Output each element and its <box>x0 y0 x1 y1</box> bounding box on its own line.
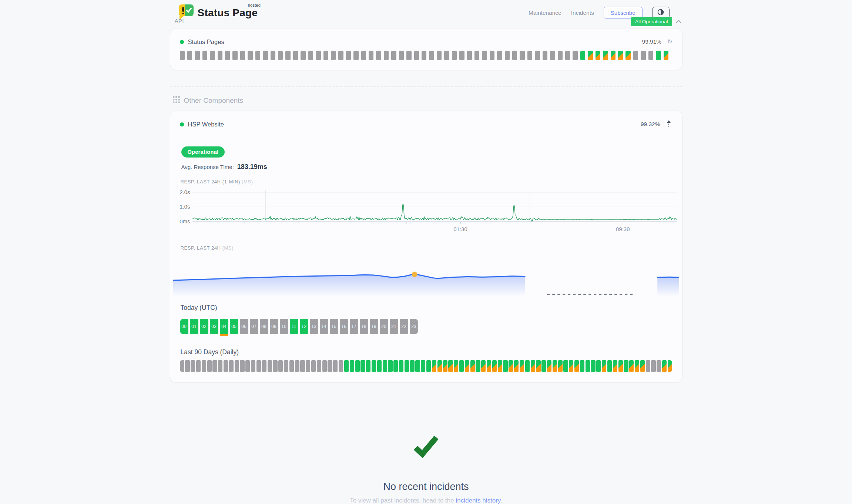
day-block[interactable] <box>333 360 338 372</box>
day-block[interactable] <box>547 360 551 372</box>
hour-block-00[interactable]: 00 <box>180 319 188 334</box>
hour-block-18[interactable]: 18 <box>360 319 368 334</box>
response-area-chart[interactable] <box>173 261 679 298</box>
uptime-bar[interactable] <box>278 51 283 60</box>
uptime-bar[interactable] <box>641 51 645 60</box>
uptime-bar[interactable] <box>346 51 351 60</box>
uptime-bar[interactable] <box>414 51 419 60</box>
day-block[interactable] <box>366 360 370 372</box>
uptime-bar[interactable] <box>512 51 517 60</box>
day-block[interactable] <box>525 360 530 372</box>
hour-block-21[interactable]: 21 <box>390 319 398 334</box>
uptime-bar[interactable] <box>452 51 457 60</box>
hour-block-19[interactable]: 19 <box>370 319 378 334</box>
hour-block-12[interactable]: 12 <box>300 319 308 334</box>
uptime-bar[interactable] <box>596 51 600 60</box>
uptime-bar[interactable] <box>361 51 366 60</box>
uptime-bar[interactable] <box>422 51 426 60</box>
day-block[interactable] <box>306 360 310 372</box>
day-block[interactable] <box>443 360 447 372</box>
day-block[interactable] <box>476 360 480 372</box>
day-block[interactable] <box>240 360 244 372</box>
uptime-bar[interactable] <box>376 51 381 60</box>
day-block[interactable] <box>580 360 584 372</box>
uptime-bar[interactable] <box>482 51 487 60</box>
day-block[interactable] <box>207 360 212 372</box>
uptime-bar[interactable] <box>618 51 623 60</box>
uptime-bar[interactable] <box>573 51 577 60</box>
day-block[interactable] <box>360 360 365 372</box>
day-block[interactable] <box>278 360 283 372</box>
day-block[interactable] <box>487 360 491 372</box>
hour-block-05[interactable]: 05 <box>230 319 238 334</box>
uptime-bar[interactable] <box>331 51 336 60</box>
day-block[interactable] <box>657 360 661 372</box>
day-block[interactable] <box>531 360 535 372</box>
day-block[interactable] <box>629 360 634 372</box>
hour-block-13[interactable]: 13 <box>310 319 318 334</box>
hour-block-06[interactable]: 06 <box>240 319 248 334</box>
day-block[interactable] <box>514 360 519 372</box>
uptime-bar[interactable] <box>180 51 185 60</box>
uptime-bar[interactable] <box>195 51 199 60</box>
nav-maintenance[interactable]: Maintenance <box>529 10 561 16</box>
uptime-bar[interactable] <box>474 51 479 60</box>
uptime-bar[interactable] <box>459 51 464 60</box>
day-block[interactable] <box>399 360 403 372</box>
day-block[interactable] <box>388 360 392 372</box>
uptime-bar[interactable] <box>543 51 547 60</box>
chart1-plot[interactable] <box>192 189 677 224</box>
uptime-bar[interactable] <box>263 51 268 60</box>
uptime-bar[interactable] <box>588 51 593 60</box>
uptime-bar[interactable] <box>429 51 434 60</box>
uptime-bar[interactable] <box>399 51 404 60</box>
uptime-bar[interactable] <box>187 51 192 60</box>
hour-block-23[interactable]: 23 <box>410 319 418 334</box>
uptime-bar[interactable] <box>218 51 222 60</box>
day-block[interactable] <box>377 360 382 372</box>
day-block[interactable] <box>624 360 628 372</box>
uptime-bar[interactable] <box>240 51 245 60</box>
nav-incidents[interactable]: Incidents <box>571 10 594 16</box>
day-block[interactable] <box>196 360 201 372</box>
hour-block-08[interactable]: 08 <box>260 319 268 334</box>
day-block[interactable] <box>415 360 420 372</box>
day-block[interactable] <box>284 360 288 372</box>
uptime-bar[interactable] <box>664 51 668 60</box>
day-block[interactable] <box>421 360 425 372</box>
hour-block-04[interactable]: 04 <box>220 319 228 334</box>
day-block[interactable] <box>256 360 261 372</box>
day-block[interactable] <box>591 360 595 372</box>
hour-block-10[interactable]: 10 <box>280 319 288 334</box>
day-block[interactable] <box>651 360 655 372</box>
uptime-bar[interactable] <box>611 51 615 60</box>
day-block[interactable] <box>586 360 590 372</box>
day-block[interactable] <box>481 360 486 372</box>
uptime-bar[interactable] <box>369 51 373 60</box>
day-block[interactable] <box>273 360 277 372</box>
uptime-bar[interactable] <box>467 51 472 60</box>
uptime-bar[interactable] <box>656 51 661 60</box>
day-block[interactable] <box>596 360 601 372</box>
day-block[interactable] <box>235 360 239 372</box>
uptime-bar[interactable] <box>210 51 215 60</box>
response-time-chart[interactable]: 2.0s 1.0s 0ms <box>180 189 677 224</box>
day-block[interactable] <box>618 360 623 372</box>
uptime-bar[interactable] <box>248 51 252 60</box>
day-block[interactable] <box>426 360 431 372</box>
day-block[interactable] <box>541 360 546 372</box>
day-block[interactable] <box>350 360 354 372</box>
day-block[interactable] <box>574 360 579 372</box>
day-block[interactable] <box>662 360 667 372</box>
day-block[interactable] <box>262 360 266 372</box>
day-block[interactable] <box>613 360 617 372</box>
day-block[interactable] <box>470 360 475 372</box>
day-block[interactable] <box>295 360 299 372</box>
uptime-bar[interactable] <box>580 51 585 60</box>
day-block[interactable] <box>245 360 250 372</box>
hour-block-03[interactable]: 03 <box>210 319 218 334</box>
day-block[interactable] <box>503 360 507 372</box>
day-block[interactable] <box>185 360 189 372</box>
day-block[interactable] <box>289 360 294 372</box>
hour-block-20[interactable]: 20 <box>380 319 388 334</box>
